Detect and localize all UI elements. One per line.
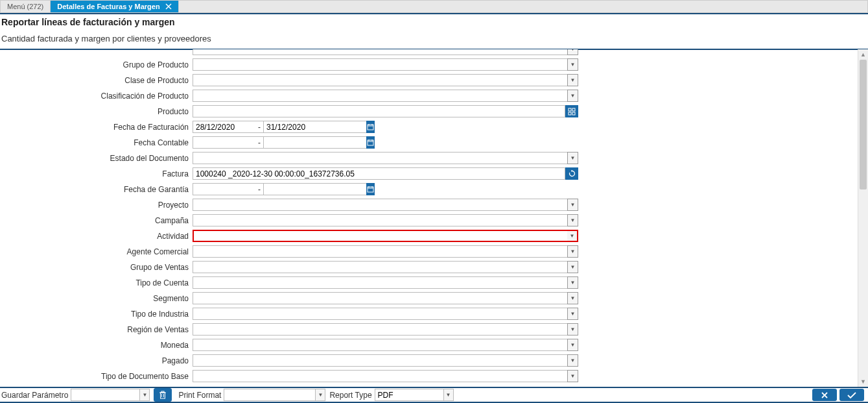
cancel-button[interactable] <box>812 389 837 401</box>
fecha-contable-label: Fecha Contable <box>0 138 193 147</box>
actividad-input[interactable] <box>193 230 567 242</box>
clasificacion-producto-input[interactable] <box>193 90 567 102</box>
factura-input[interactable] <box>193 167 565 180</box>
guardar-parametro-input[interactable] <box>71 389 139 400</box>
chevron-down-icon[interactable]: ▼ <box>567 308 578 320</box>
grupo-ventas-input[interactable] <box>193 261 567 273</box>
print-format-select[interactable]: ▼ <box>224 389 325 401</box>
segmento-dropdown[interactable]: ▼ <box>193 292 578 304</box>
clasificacion-producto-dropdown[interactable]: ▼ <box>193 90 578 102</box>
chevron-down-icon[interactable]: ▼ <box>567 58 578 71</box>
chevron-down-icon[interactable]: ▼ <box>567 74 578 86</box>
scrollbar[interactable]: ▲ ▼ <box>858 49 868 387</box>
print-format-label: Print Format <box>178 391 221 400</box>
pagado-dropdown[interactable]: ▼ <box>193 354 578 367</box>
calendar-icon[interactable] <box>366 183 375 195</box>
svg-rect-18 <box>368 140 373 145</box>
fecha-contable-to-input[interactable] <box>263 136 366 149</box>
confirm-button[interactable] <box>839 389 864 401</box>
date-separator: - <box>255 138 263 147</box>
scrollbar-thumb[interactable] <box>860 60 867 189</box>
producto-lookup-button[interactable] <box>565 105 578 117</box>
chevron-down-icon[interactable]: ▼ <box>567 292 578 304</box>
grid-icon <box>568 108 576 116</box>
report-type-label: Report Type <box>329 391 371 400</box>
clase-producto-input[interactable] <box>193 74 567 86</box>
tab-menu[interactable]: Menú (272) <box>1 1 51 12</box>
chevron-down-icon[interactable]: ▼ <box>443 389 453 400</box>
cut-field-dropdown[interactable]: ▼ <box>193 49 578 55</box>
segmento-input[interactable] <box>193 292 567 304</box>
pagado-input[interactable] <box>193 354 567 367</box>
delete-button[interactable] <box>154 388 172 402</box>
segmento-label: Segmento <box>0 294 193 303</box>
chevron-down-icon[interactable]: ▼ <box>567 152 578 164</box>
proyecto-input[interactable] <box>193 199 567 211</box>
grupo-producto-input[interactable] <box>193 58 567 71</box>
tab-detalles-facturas[interactable]: Detalles de Facturas y Margen <box>51 1 178 12</box>
guardar-parametro-select[interactable]: ▼ <box>71 389 150 401</box>
chevron-down-icon[interactable]: ▼ <box>315 389 325 400</box>
tipo-documento-base-label: Tipo de Documento Base <box>0 372 193 381</box>
chevron-down-icon[interactable]: ▼ <box>567 230 578 242</box>
page-title: Reportar líneas de facturación y margen <box>1 17 867 27</box>
chevron-down-icon[interactable]: ▼ <box>567 323 578 336</box>
proyecto-label: Proyecto <box>0 201 193 210</box>
scroll-up-icon[interactable]: ▲ <box>858 49 868 60</box>
actividad-dropdown[interactable]: ▼ <box>193 230 578 242</box>
moneda-input[interactable] <box>193 339 567 351</box>
moneda-dropdown[interactable]: ▼ <box>193 339 578 351</box>
tipo-cuenta-dropdown[interactable]: ▼ <box>193 276 578 289</box>
print-format-input[interactable] <box>224 389 315 400</box>
tipo-industria-dropdown[interactable]: ▼ <box>193 308 578 320</box>
fecha-facturacion-to-input[interactable] <box>263 121 366 133</box>
svg-rect-5 <box>572 112 575 115</box>
report-type-input[interactable] <box>375 389 443 400</box>
chevron-down-icon[interactable]: ▼ <box>567 370 578 382</box>
campana-input[interactable] <box>193 214 567 226</box>
calendar-icon[interactable] <box>366 136 375 149</box>
calendar-icon[interactable] <box>366 121 375 133</box>
chevron-down-icon[interactable]: ▼ <box>567 245 578 258</box>
grupo-ventas-dropdown[interactable]: ▼ <box>193 261 578 273</box>
chevron-down-icon[interactable]: ▼ <box>567 199 578 211</box>
tipo-documento-base-input[interactable] <box>193 370 567 382</box>
agente-comercial-dropdown[interactable]: ▼ <box>193 245 578 258</box>
proyecto-dropdown[interactable]: ▼ <box>193 199 578 211</box>
producto-input[interactable] <box>193 105 565 117</box>
report-type-select[interactable]: ▼ <box>375 389 454 401</box>
producto-label: Producto <box>0 107 193 116</box>
grupo-producto-label: Grupo de Producto <box>0 60 193 69</box>
campana-dropdown[interactable]: ▼ <box>193 214 578 226</box>
cut-field-input[interactable] <box>193 49 567 55</box>
region-ventas-dropdown[interactable]: ▼ <box>193 323 578 336</box>
guardar-parametro-label: Guardar Parámetro <box>1 391 68 400</box>
fecha-garantia-to-input[interactable] <box>263 183 366 195</box>
footer-bar: Guardar Parámetro ▼ Print Format ▼ Repor… <box>0 387 868 403</box>
scroll-down-icon[interactable]: ▼ <box>858 376 868 387</box>
chevron-down-icon[interactable]: ▼ <box>139 389 149 400</box>
tipo-industria-input[interactable] <box>193 308 567 320</box>
agente-comercial-input[interactable] <box>193 245 567 258</box>
close-icon[interactable] <box>165 3 172 10</box>
tipo-documento-base-dropdown[interactable]: ▼ <box>193 370 578 382</box>
tipo-cuenta-input[interactable] <box>193 276 567 289</box>
moneda-label: Moneda <box>0 341 193 350</box>
chevron-down-icon[interactable]: ▼ <box>567 214 578 226</box>
grupo-producto-dropdown[interactable]: ▼ <box>193 58 578 71</box>
chevron-down-icon[interactable]: ▼ <box>567 276 578 289</box>
estado-documento-input[interactable] <box>193 152 567 164</box>
clase-producto-dropdown[interactable]: ▼ <box>193 74 578 86</box>
chevron-down-icon[interactable]: ▼ <box>567 339 578 351</box>
region-ventas-input[interactable] <box>193 323 567 336</box>
factura-refresh-button[interactable] <box>565 167 578 180</box>
chevron-down-icon[interactable]: ▼ <box>567 90 578 102</box>
estado-documento-dropdown[interactable]: ▼ <box>193 152 578 164</box>
fecha-facturacion-label: Fecha de Facturación <box>0 123 193 132</box>
chevron-down-icon[interactable]: ▼ <box>567 49 578 55</box>
chevron-down-icon[interactable]: ▼ <box>567 354 578 367</box>
chevron-down-icon[interactable]: ▼ <box>567 261 578 273</box>
campana-label: Campaña <box>0 216 193 225</box>
factura-label: Factura <box>0 169 193 178</box>
svg-rect-10 <box>368 125 373 130</box>
